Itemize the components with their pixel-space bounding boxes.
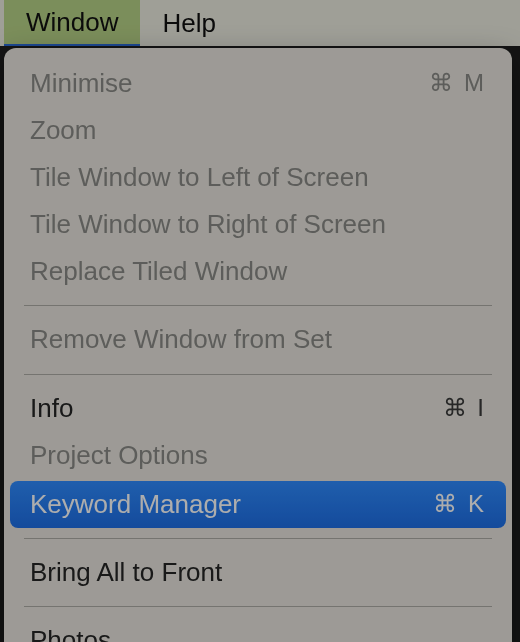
menu-item-label: Keyword Manager (30, 487, 433, 522)
menu-item-keyword-manager[interactable]: Keyword Manager ⌘ K (10, 481, 506, 528)
menu-item-label: Project Options (30, 438, 486, 473)
menu-item-label: Info (30, 391, 443, 426)
menu-item-label: Minimise (30, 66, 429, 101)
menu-item-label: Remove Window from Set (30, 322, 486, 357)
menu-item-remove-from-set: Remove Window from Set (10, 316, 506, 363)
menu-item-label: Tile Window to Right of Screen (30, 207, 486, 242)
menu-item-tile-right: Tile Window to Right of Screen (10, 201, 506, 248)
menu-item-photos[interactable]: Photos (10, 617, 506, 642)
menu-item-tile-left: Tile Window to Left of Screen (10, 154, 506, 201)
menu-separator (24, 374, 492, 375)
menubar: Window Help (0, 0, 520, 46)
menubar-item-window[interactable]: Window (4, 0, 140, 46)
menu-item-zoom: Zoom (10, 107, 506, 154)
menu-item-replace-tiled: Replace Tiled Window (10, 248, 506, 295)
menubar-item-help[interactable]: Help (140, 0, 237, 46)
menu-item-shortcut: ⌘ M (429, 67, 486, 99)
menu-separator (24, 606, 492, 607)
menu-separator (24, 305, 492, 306)
menu-item-label: Zoom (30, 113, 486, 148)
menu-item-shortcut: ⌘ I (443, 392, 486, 424)
menu-item-project-options: Project Options (10, 432, 506, 479)
menu-item-label: Bring All to Front (30, 555, 486, 590)
menu-separator (24, 538, 492, 539)
menu-item-shortcut: ⌘ K (433, 488, 486, 520)
menu-item-minimise: Minimise ⌘ M (10, 60, 506, 107)
menu-item-info[interactable]: Info ⌘ I (10, 385, 506, 432)
menu-item-bring-all-to-front[interactable]: Bring All to Front (10, 549, 506, 596)
window-menu-dropdown: Minimise ⌘ M Zoom Tile Window to Left of… (4, 48, 512, 642)
menu-item-label: Tile Window to Left of Screen (30, 160, 486, 195)
menu-item-label: Replace Tiled Window (30, 254, 486, 289)
menu-item-label: Photos (30, 623, 486, 642)
